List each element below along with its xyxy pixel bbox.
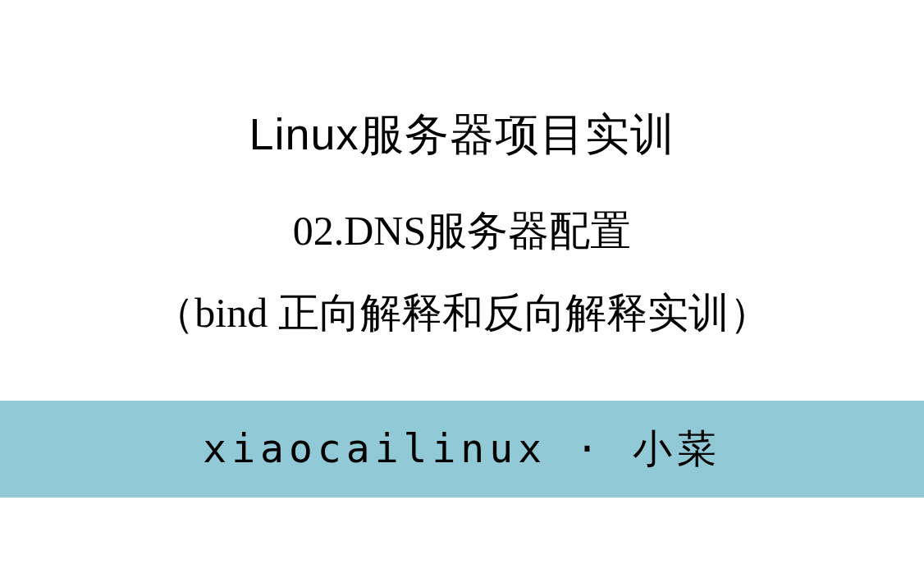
main-title: Linux服务器项目实训 [0,105,924,165]
footer-band: xiaocailinux · 小菜 [0,401,924,498]
footer-text: xiaocailinux · 小菜 [203,423,720,475]
subtitle-line-1: 02.DNS服务器配置 [0,204,924,259]
subtitle-line-2: （bind 正向解释和反向解释实训） [0,286,924,341]
